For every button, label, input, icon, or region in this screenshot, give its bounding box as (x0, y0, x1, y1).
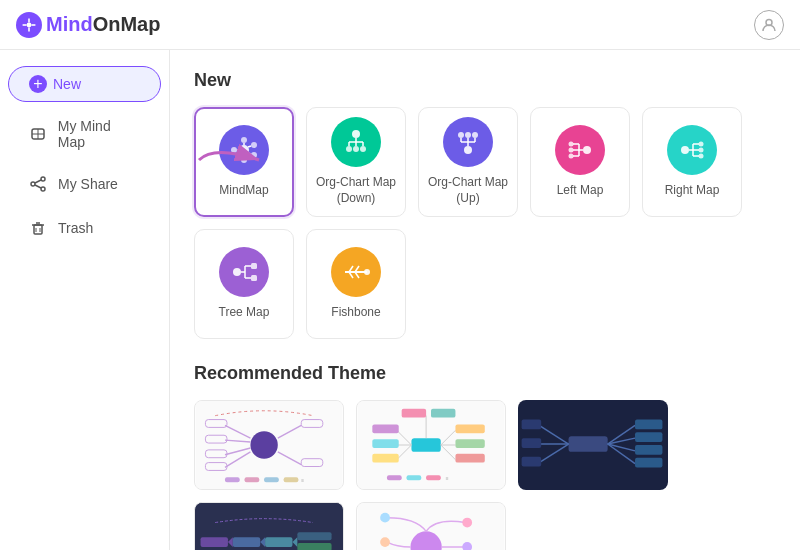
svg-point-151 (462, 518, 472, 528)
svg-point-37 (346, 146, 352, 152)
org-chart-up-icon (443, 117, 493, 167)
svg-point-65 (699, 148, 704, 153)
svg-rect-133 (635, 445, 662, 455)
svg-rect-72 (251, 263, 257, 269)
fishbone-icon (331, 247, 381, 297)
right-map-icon (667, 125, 717, 175)
svg-rect-117 (407, 475, 422, 480)
svg-point-11 (41, 187, 45, 191)
svg-rect-73 (251, 275, 257, 281)
sidebar-item-my-share-label: My Share (58, 176, 118, 192)
theme-preview-3 (519, 401, 667, 489)
svg-rect-139 (233, 537, 260, 547)
theme-card-1[interactable]: ≡ (194, 400, 344, 490)
svg-rect-96 (264, 477, 279, 482)
header: MindOnMap (0, 0, 800, 50)
logo-icon (16, 12, 42, 38)
theme-grid: ≡ (194, 400, 776, 550)
svg-point-58 (681, 146, 689, 154)
svg-rect-14 (34, 225, 42, 234)
new-section-title: New (194, 70, 776, 91)
svg-rect-94 (225, 477, 240, 482)
svg-rect-103 (431, 409, 455, 418)
logo-text-rest: OnMap (93, 13, 161, 36)
svg-point-9 (41, 177, 45, 181)
svg-point-46 (458, 132, 464, 138)
svg-point-40 (464, 146, 472, 154)
brain-icon (28, 124, 48, 144)
svg-point-10 (31, 182, 35, 186)
theme-preview-2: ≡ (357, 401, 505, 489)
left-map-icon (555, 125, 605, 175)
layout: + New My Mind Map (0, 50, 800, 550)
svg-point-154 (380, 537, 390, 547)
logo-text-mind: Mind (46, 13, 93, 36)
svg-point-55 (569, 142, 574, 147)
svg-text:≡: ≡ (301, 478, 304, 483)
svg-point-48 (472, 132, 478, 138)
svg-rect-115 (372, 454, 398, 463)
svg-point-57 (569, 154, 574, 159)
svg-rect-102 (402, 409, 426, 418)
svg-point-49 (583, 146, 591, 154)
svg-line-12 (35, 180, 41, 183)
right-map-label: Right Map (665, 183, 720, 199)
fishbone-label: Fishbone (331, 305, 380, 321)
svg-rect-123 (522, 420, 542, 430)
svg-point-39 (360, 146, 366, 152)
theme-preview-5 (357, 503, 505, 550)
share-icon (28, 174, 48, 194)
org-chart-up-label: Org-Chart Map (Up) (419, 175, 517, 206)
svg-rect-141 (265, 537, 292, 547)
sidebar-item-my-share[interactable]: My Share (8, 164, 161, 204)
user-avatar-button[interactable] (754, 10, 784, 40)
sidebar-item-trash[interactable]: Trash (8, 208, 161, 248)
tree-map-label: Tree Map (219, 305, 270, 321)
svg-rect-118 (426, 475, 441, 480)
svg-rect-111 (372, 424, 398, 433)
org-chart-down-label: Org-Chart Map(Down) (316, 175, 396, 206)
main-content: New (170, 50, 800, 550)
theme-card-4[interactable] (194, 502, 344, 550)
theme-card-3[interactable] (518, 400, 668, 490)
map-card-left-map[interactable]: Left Map (530, 107, 630, 217)
svg-rect-121 (569, 436, 608, 452)
svg-point-0 (27, 22, 32, 27)
map-card-right-map[interactable]: Right Map (642, 107, 742, 217)
org-chart-down-icon (331, 117, 381, 167)
sidebar: + New My Mind Map (0, 50, 170, 550)
logo-svg (21, 17, 37, 33)
logo: MindOnMap (16, 12, 160, 38)
svg-rect-127 (522, 457, 542, 467)
map-type-grid: MindMap Org-C (194, 107, 776, 339)
theme-preview-4 (195, 503, 343, 550)
svg-point-38 (353, 146, 359, 152)
mindmap-label: MindMap (219, 183, 268, 199)
svg-rect-131 (635, 432, 662, 442)
theme-section-title: Recommended Theme (194, 363, 776, 384)
sidebar-item-my-mind-map-label: My Mind Map (58, 118, 141, 150)
svg-rect-144 (297, 543, 331, 550)
svg-point-79 (364, 269, 370, 275)
map-card-org-chart-up[interactable]: Org-Chart Map (Up) (418, 107, 518, 217)
map-card-fishbone[interactable]: Fishbone (306, 229, 406, 339)
map-card-org-chart-down[interactable]: Org-Chart Map(Down) (306, 107, 406, 217)
theme-card-2[interactable]: ≡ (356, 400, 506, 490)
svg-rect-143 (297, 532, 331, 540)
svg-line-13 (35, 185, 41, 188)
sidebar-item-new[interactable]: + New (8, 66, 161, 102)
user-icon (761, 17, 777, 33)
theme-card-5[interactable] (356, 502, 506, 550)
sidebar-item-trash-label: Trash (58, 220, 93, 236)
map-card-tree-map[interactable]: Tree Map (194, 229, 294, 339)
svg-text:≡: ≡ (446, 476, 449, 481)
svg-point-47 (465, 132, 471, 138)
tree-map-icon (219, 247, 269, 297)
svg-rect-100 (411, 438, 440, 452)
svg-rect-95 (245, 477, 260, 482)
left-map-label: Left Map (557, 183, 604, 199)
arrow-decoration (194, 135, 274, 185)
sidebar-item-my-mind-map[interactable]: My Mind Map (8, 108, 161, 160)
svg-rect-116 (387, 475, 402, 480)
svg-rect-137 (201, 537, 228, 547)
